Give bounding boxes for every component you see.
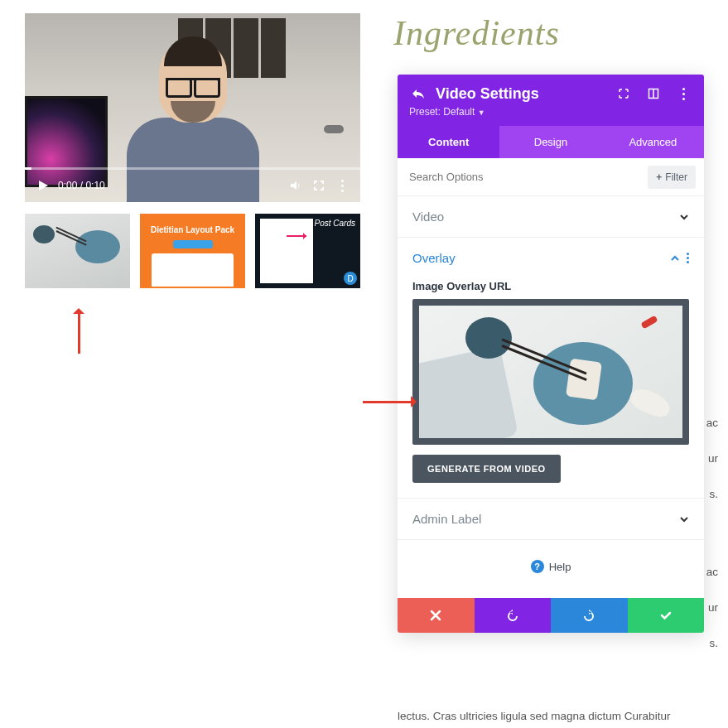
- action-bar: [398, 598, 704, 633]
- section-overlay-title: Overlay: [412, 251, 670, 265]
- expand-icon[interactable]: [615, 84, 633, 103]
- background-text: lectus. Cras ultricies ligula sed magna …: [398, 707, 718, 726]
- thumbnail-3-title: Floating Blog Post Cards: [263, 219, 355, 228]
- search-input[interactable]: [406, 165, 641, 189]
- chevron-up-icon: [670, 253, 680, 263]
- door-handle: [324, 125, 344, 133]
- video-player[interactable]: 0:00 / 0:10: [25, 13, 360, 202]
- undo-button[interactable]: [475, 598, 552, 633]
- section-overlay[interactable]: Overlay: [398, 238, 704, 278]
- back-button[interactable]: [409, 84, 427, 103]
- more-button[interactable]: [330, 174, 354, 197]
- section-menu-icon[interactable]: [687, 257, 689, 259]
- progress-bar[interactable]: [25, 167, 360, 170]
- filter-button[interactable]: +Filter: [648, 166, 696, 189]
- play-button[interactable]: [31, 174, 55, 197]
- chevron-down-icon: [679, 212, 689, 222]
- generate-from-video-button[interactable]: GENERATE FROM VIDEO: [412, 455, 561, 483]
- thumbnail-3[interactable]: Floating Blog Post Cards D: [255, 214, 360, 288]
- thumbnail-1[interactable]: [25, 214, 130, 288]
- fullscreen-button[interactable]: [307, 174, 330, 197]
- annotation-arrow-right: [363, 396, 422, 407]
- overlay-body: Image Overlay URL GENERATE FROM VIDEO: [398, 278, 704, 498]
- thumbnail-3-badge: D: [344, 272, 357, 285]
- section-admin-label[interactable]: Admin Label: [398, 499, 704, 539]
- section-video[interactable]: Video: [398, 196, 704, 237]
- image-overlay-preview[interactable]: [412, 299, 689, 445]
- section-admin-label-title: Admin Label: [412, 512, 679, 526]
- chevron-down-icon: [679, 514, 689, 524]
- video-controls: 0:00 / 0:10: [25, 169, 360, 202]
- tab-content[interactable]: Content: [398, 126, 499, 158]
- volume-button[interactable]: [284, 174, 307, 197]
- save-button[interactable]: [628, 598, 705, 633]
- image-overlay-label: Image Overlay URL: [412, 280, 689, 292]
- cancel-button[interactable]: [398, 598, 475, 633]
- tab-design[interactable]: Design: [499, 126, 601, 158]
- annotation-arrow-up: [73, 302, 84, 354]
- help-link[interactable]: ? Help: [398, 540, 704, 598]
- search-row: +Filter: [398, 158, 704, 196]
- panel-title: Video Settings: [436, 85, 606, 103]
- panel-menu-button[interactable]: [674, 84, 692, 103]
- column-icon[interactable]: [644, 84, 663, 103]
- tab-advanced[interactable]: Advanced: [602, 126, 704, 158]
- redo-button[interactable]: [551, 598, 628, 633]
- help-icon: ?: [531, 560, 544, 573]
- panel-tabs: Content Design Advanced: [398, 126, 704, 158]
- thumbnail-2[interactable]: Dietitian Layout Pack: [140, 214, 245, 288]
- svg-marker-0: [39, 181, 48, 190]
- preset-selector[interactable]: Preset: Default ▼: [409, 106, 692, 118]
- video-settings-panel: Video Settings Preset: Default ▼ Content…: [398, 75, 704, 633]
- section-video-title: Video: [412, 210, 679, 224]
- video-thumbnails: Dietitian Layout Pack Floating Blog Post…: [25, 214, 360, 288]
- ingredients-heading: Ingredients: [393, 13, 720, 53]
- panel-header: Video Settings Preset: Default ▼: [398, 75, 704, 126]
- thumbnail-2-title: Dietitian Layout Pack: [140, 225, 245, 234]
- time-display: 0:00 / 0:10: [58, 180, 105, 191]
